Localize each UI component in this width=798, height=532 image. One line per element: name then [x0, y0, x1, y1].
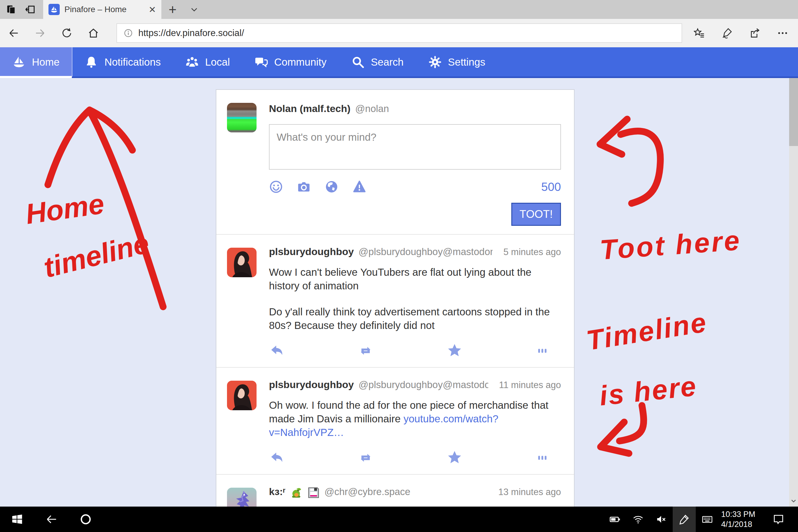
nav-label: Community [274, 56, 327, 68]
cortana-button[interactable] [69, 507, 103, 532]
nav-label: Local [205, 56, 230, 68]
new-tab-button[interactable]: + [162, 0, 184, 19]
compose-input[interactable] [269, 124, 561, 170]
wifi-icon[interactable] [627, 507, 650, 532]
compose-handle: @nolan [355, 103, 389, 114]
avatar[interactable] [227, 103, 256, 132]
nav-label: Settings [448, 56, 485, 68]
pinafore-nav: Home Notifications Local Community Searc… [0, 47, 798, 78]
camera-icon[interactable] [297, 180, 311, 194]
gear-icon [429, 56, 441, 69]
post-timestamp[interactable]: 13 minutes ago [492, 487, 561, 497]
speech-bubbles-icon [255, 56, 268, 69]
more-options-icon[interactable] [776, 26, 789, 40]
pinafore-sailboat-icon [49, 4, 60, 15]
post-handle: @plsburydoughboy@mastodon.s… [359, 379, 488, 391]
content-warning-icon[interactable] [352, 180, 366, 194]
web-note-pen-icon[interactable] [721, 26, 734, 40]
dragon-emoji [290, 487, 303, 499]
bell-icon [85, 56, 98, 69]
emoji-icon[interactable] [269, 180, 283, 194]
more-dots-icon[interactable] [535, 345, 549, 357]
nav-item-local[interactable]: Local [173, 47, 242, 77]
battery-icon[interactable] [604, 507, 627, 532]
nav-label: Search [371, 56, 404, 68]
compose-box-section: Nolan (malf.tech) @nolan 500 TOOT! [216, 90, 574, 234]
address-bar[interactable]: https://dev.pinafore.social/ [116, 23, 682, 43]
scrollbar-thumb[interactable] [789, 78, 798, 146]
forward-icon[interactable] [34, 26, 47, 40]
info-circle-icon[interactable] [124, 28, 133, 38]
reply-icon[interactable] [269, 451, 285, 465]
nav-item-notifications[interactable]: Notifications [72, 47, 173, 77]
nav-label: Notifications [104, 56, 161, 68]
globe-icon[interactable] [324, 180, 339, 194]
browser-tab[interactable]: Pinafore – Home ✕ [43, 0, 162, 19]
char-count: 500 [541, 180, 561, 194]
people-icon [186, 56, 198, 69]
post-handle: @plsburydoughboy@mastodon.so… [359, 246, 493, 258]
boost-icon[interactable] [357, 343, 374, 358]
post-timestamp[interactable]: 5 minutes ago [497, 247, 561, 258]
page-scrollbar[interactable] [789, 78, 798, 507]
post-1: plsburydoughboy @plsburydoughboy@mastodo… [216, 235, 574, 367]
sailboat-icon [13, 56, 25, 69]
nav-item-home[interactable]: Home [0, 47, 72, 77]
favorite-star-icon[interactable] [446, 343, 463, 359]
tab-list-chevron-icon[interactable] [184, 0, 205, 19]
clock-time: 10:33 PM [721, 509, 763, 519]
nav-item-settings[interactable]: Settings [416, 47, 498, 77]
tab-close-icon[interactable]: ✕ [149, 4, 156, 15]
compose-display-name[interactable]: Nolan (malf.tech) [269, 103, 350, 114]
tab-preview-icon[interactable] [6, 4, 17, 15]
timeline-card: Nolan (malf.tech) @nolan 500 TOOT! pls [216, 89, 574, 507]
pen-icon[interactable] [673, 507, 696, 532]
nav-label: Home [32, 56, 59, 68]
back-icon[interactable] [7, 26, 20, 40]
reply-icon[interactable] [269, 343, 285, 358]
post-display-name[interactable]: plsburydoughboy [269, 379, 354, 391]
nav-item-search[interactable]: Search [339, 47, 416, 77]
clock-date: 4/1/2018 [721, 519, 763, 529]
boost-icon[interactable] [357, 451, 374, 465]
action-center-icon[interactable] [763, 507, 794, 532]
post-3: kз:ʳ @chr@cybre.space 13 minutes ago you… [216, 475, 574, 507]
refresh-icon[interactable] [60, 26, 73, 40]
favorite-star-icon[interactable] [446, 450, 463, 466]
post-2: plsburydoughboy @plsburydoughboy@mastodo… [216, 368, 574, 474]
browser-tab-bar: Pinafore – Home ✕ + [0, 0, 798, 19]
browser-toolbar: https://dev.pinafore.social/ [0, 19, 798, 47]
nav-item-community[interactable]: Community [242, 47, 339, 77]
share-icon[interactable] [748, 26, 761, 40]
avatar[interactable] [227, 488, 256, 507]
post-timestamp[interactable]: 11 minutes ago [493, 380, 561, 391]
taskbar-clock[interactable]: 10:33 PM 4/1/2018 [719, 507, 763, 532]
more-dots-icon[interactable] [535, 452, 549, 464]
post-text: Do y'all really think toy advertisement … [269, 305, 561, 332]
timeline-page: Nolan (malf.tech) @nolan 500 TOOT! pls [0, 78, 798, 507]
windows-taskbar: 10:33 PM 4/1/2018 [0, 507, 798, 532]
home-icon[interactable] [87, 26, 100, 40]
tab-title: Pinafore – Home [64, 5, 142, 14]
search-icon [352, 56, 364, 69]
post-handle: @chr@cybre.space [324, 486, 411, 497]
scrollbar-down-arrow-icon[interactable] [790, 497, 797, 505]
post-display-name[interactable]: kз:ʳ [269, 486, 285, 497]
taskbar-back-button[interactable] [34, 507, 69, 532]
touch-keyboard-icon[interactable] [696, 507, 719, 532]
floppy-disk-emoji [307, 487, 320, 499]
url-text[interactable]: https://dev.pinafore.social/ [138, 28, 244, 38]
windows-start-button[interactable] [0, 507, 34, 532]
avatar[interactable] [227, 381, 256, 410]
toot-button[interactable]: TOOT! [511, 203, 561, 226]
favorites-icon[interactable] [693, 26, 706, 40]
set-tabs-aside-icon[interactable] [25, 4, 36, 15]
post-display-name[interactable]: plsburydoughboy [269, 246, 354, 258]
post-text: Wow I can't believe YouTubers are flat o… [269, 265, 561, 292]
avatar[interactable] [227, 248, 256, 277]
volume-muted-icon[interactable] [650, 507, 673, 532]
